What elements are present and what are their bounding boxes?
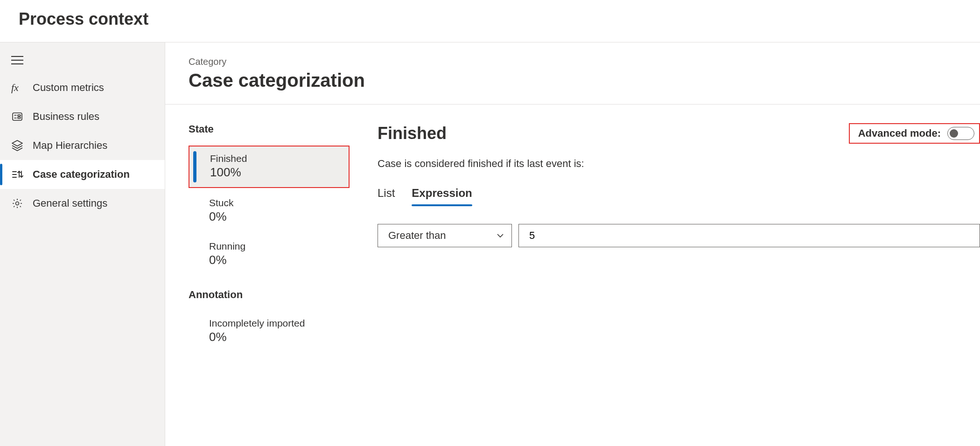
state-name: Stuck [209, 197, 341, 209]
page-title: Case categorization [189, 70, 980, 91]
state-value: 0% [209, 253, 341, 267]
sidebar: fx Custom metrics Business rules [0, 42, 165, 446]
sidebar-item-label: Business rules [33, 111, 99, 123]
operator-select-value: Greater than [388, 230, 446, 242]
divider [165, 104, 980, 105]
fx-icon: fx [11, 82, 23, 94]
sidebar-item-label: Map Hierarchies [33, 139, 107, 152]
state-value: 100% [210, 165, 340, 180]
detail-column: Finished Advanced mode: Case is consider… [378, 123, 980, 355]
advanced-mode-toggle[interactable] [947, 127, 974, 140]
value-input[interactable] [518, 224, 980, 247]
sidebar-item-general-settings[interactable]: General settings [0, 189, 165, 218]
detail-description: Case is considered finished if its last … [378, 158, 980, 170]
category-label: Category [189, 56, 980, 67]
annotation-item-incompletely-imported[interactable]: Incompletely imported 0% [189, 311, 350, 352]
toggle-knob [950, 129, 958, 138]
hamburger-menu-button[interactable] [0, 47, 165, 73]
svg-text:fx: fx [11, 82, 19, 93]
operator-select[interactable]: Greater than [378, 224, 512, 247]
detail-tabs: List Expression [378, 187, 980, 205]
annotation-name: Incompletely imported [209, 318, 341, 329]
advanced-mode-label: Advanced mode: [858, 127, 941, 139]
state-name: Running [209, 241, 341, 252]
tab-list[interactable]: List [378, 187, 395, 205]
state-column: State Finished 100% Stuck 0% Running 0% … [189, 123, 350, 355]
rules-icon [11, 111, 23, 123]
sidebar-item-business-rules[interactable]: Business rules [0, 102, 165, 131]
advanced-mode-group: Advanced mode: [849, 123, 980, 144]
sidebar-item-label: Case categorization [33, 168, 130, 181]
state-name: Finished [210, 153, 340, 164]
chevron-down-icon [497, 232, 504, 239]
state-item-finished[interactable]: Finished 100% [189, 146, 350, 188]
annotation-value: 0% [209, 330, 341, 344]
main-content: Category Case categorization State Finis… [165, 42, 980, 446]
hamburger-icon [11, 56, 23, 65]
state-item-running[interactable]: Running 0% [189, 234, 350, 275]
annotation-section-label: Annotation [189, 289, 350, 301]
tab-expression[interactable]: Expression [412, 187, 472, 205]
state-value: 0% [209, 209, 341, 224]
sidebar-item-label: Custom metrics [33, 82, 104, 94]
svg-marker-7 [12, 140, 22, 146]
state-item-stuck[interactable]: Stuck 0% [189, 191, 350, 231]
layers-icon [11, 139, 23, 152]
sidebar-item-custom-metrics[interactable]: fx Custom metrics [0, 73, 165, 102]
svg-rect-4 [13, 113, 22, 120]
svg-point-11 [16, 202, 19, 205]
svg-rect-5 [18, 115, 21, 116]
state-section-label: State [189, 123, 350, 135]
sidebar-item-case-categorization[interactable]: Case categorization [0, 160, 165, 189]
sidebar-item-map-hierarchies[interactable]: Map Hierarchies [0, 131, 165, 160]
app-header: Process context [0, 0, 980, 42]
svg-rect-6 [18, 117, 21, 118]
detail-title: Finished [378, 124, 447, 143]
gear-icon [11, 197, 23, 209]
sidebar-item-label: General settings [33, 197, 107, 209]
app-title: Process context [19, 9, 961, 29]
categorize-icon [11, 168, 23, 181]
